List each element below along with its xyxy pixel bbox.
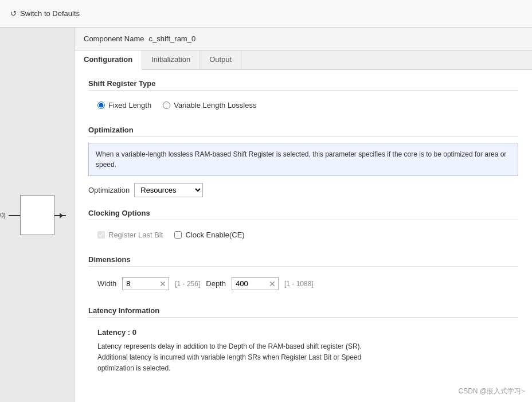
latency-description: Latency represents delay in addition to … [97, 341, 509, 374]
left-panel: Q[7:0] [0, 28, 75, 402]
shift-register-type-radio-group: Fixed Length Variable Length Lossless [88, 96, 518, 114]
radio-variable-length-input[interactable] [163, 102, 170, 109]
latency-information-section: Latency Information Latency : 0 Latency … [88, 306, 518, 379]
radio-fixed-length-input[interactable] [97, 102, 105, 109]
shift-register-type-section: Shift Register Type Fixed Length Variabl… [88, 79, 518, 114]
register-last-bit-label: Register Last Bit [108, 231, 163, 239]
optimization-form-row: Optimization Resources Speed [88, 183, 518, 197]
optimization-info-text: When a variable-length lossless RAM-base… [96, 150, 506, 169]
clock-enable-checkbox[interactable] [174, 231, 182, 239]
latency-colon: : [128, 328, 132, 337]
radio-fixed-length[interactable]: Fixed Length [97, 101, 151, 110]
width-range: [1 - 256] [175, 280, 200, 288]
signal-line [9, 215, 20, 216]
latency-number: 0 [132, 328, 136, 337]
latency-label: Latency [97, 328, 126, 337]
latency-box: Latency : 0 Latency represents delay in … [88, 323, 518, 379]
radio-variable-length[interactable]: Variable Length Lossless [163, 101, 256, 110]
tab-output[interactable]: Output [200, 50, 241, 69]
register-last-bit-checkbox[interactable] [97, 231, 105, 239]
output-arrow [54, 215, 66, 216]
main-layout: Q[7:0] Component Name c_shift_ram_0 Conf… [0, 28, 532, 402]
latency-desc-line1: Latency represents delay in addition to … [97, 342, 362, 350]
tab-initialization[interactable]: Initialization [142, 50, 200, 69]
clock-enable-label: Clock Enable(CE) [185, 231, 244, 239]
component-diagram [20, 195, 54, 235]
switch-to-defaults-label: Switch to Defaults [20, 9, 80, 18]
dimensions-row: Width ✕ [1 - 256] Depth ✕ [1 - 1088] [88, 272, 518, 295]
watermark: CSDN @嵌入式学习~ [458, 387, 525, 396]
width-label: Width [97, 279, 116, 288]
latency-information-title: Latency Information [88, 306, 518, 318]
tabs-bar: Configuration Initialization Output [75, 50, 532, 70]
component-name-row: Component Name c_shift_ram_0 [75, 28, 532, 50]
depth-input-wrapper: ✕ [232, 277, 279, 290]
optimization-info-box: When a variable-length lossless RAM-base… [88, 143, 518, 176]
latency-value-row: Latency : 0 [97, 328, 509, 337]
optimization-title: Optimization [88, 126, 518, 137]
optimization-section: Optimization When a variable-length loss… [88, 126, 518, 197]
latency-desc-line2: Additional latency is incurred with vari… [97, 353, 361, 361]
clocking-options-section: Clocking Options Register Last Bit Clock… [88, 209, 518, 244]
depth-range: [1 - 1088] [284, 280, 314, 288]
switch-icon: ↺ [10, 9, 17, 18]
clock-enable-item[interactable]: Clock Enable(CE) [174, 231, 244, 239]
latency-desc-line3: optimization is selected. [97, 364, 170, 372]
tab-content-configuration: Shift Register Type Fixed Length Variabl… [75, 70, 532, 400]
dimensions-section: Dimensions Width ✕ [1 - 256] Depth ✕ [1 … [88, 255, 518, 295]
right-panel: Component Name c_shift_ram_0 Configurati… [75, 28, 532, 402]
tab-configuration[interactable]: Configuration [75, 50, 142, 70]
depth-label: Depth [206, 279, 226, 288]
toolbar: ↺ Switch to Defaults [0, 0, 532, 28]
radio-variable-length-label: Variable Length Lossless [174, 101, 256, 110]
component-name-value: c_shift_ram_0 [149, 34, 196, 43]
shift-register-type-title: Shift Register Type [88, 79, 518, 91]
signal-label: Q[7:0] [0, 212, 5, 218]
depth-clear-button[interactable]: ✕ [267, 279, 278, 289]
optimization-select[interactable]: Resources Speed [134, 183, 203, 197]
switch-to-defaults-button[interactable]: ↺ Switch to Defaults [7, 7, 83, 20]
clocking-options-title: Clocking Options [88, 209, 518, 220]
clocking-checkbox-group: Register Last Bit Clock Enable(CE) [88, 226, 518, 244]
depth-input[interactable] [232, 278, 267, 290]
width-input-wrapper: ✕ [122, 277, 169, 290]
component-name-label: Component Name [84, 34, 144, 43]
width-input[interactable] [123, 278, 157, 290]
width-clear-button[interactable]: ✕ [157, 279, 169, 289]
optimization-label: Optimization [88, 186, 130, 194]
dimensions-title: Dimensions [88, 255, 518, 267]
register-last-bit-item[interactable]: Register Last Bit [97, 231, 163, 239]
radio-fixed-length-label: Fixed Length [108, 101, 151, 110]
